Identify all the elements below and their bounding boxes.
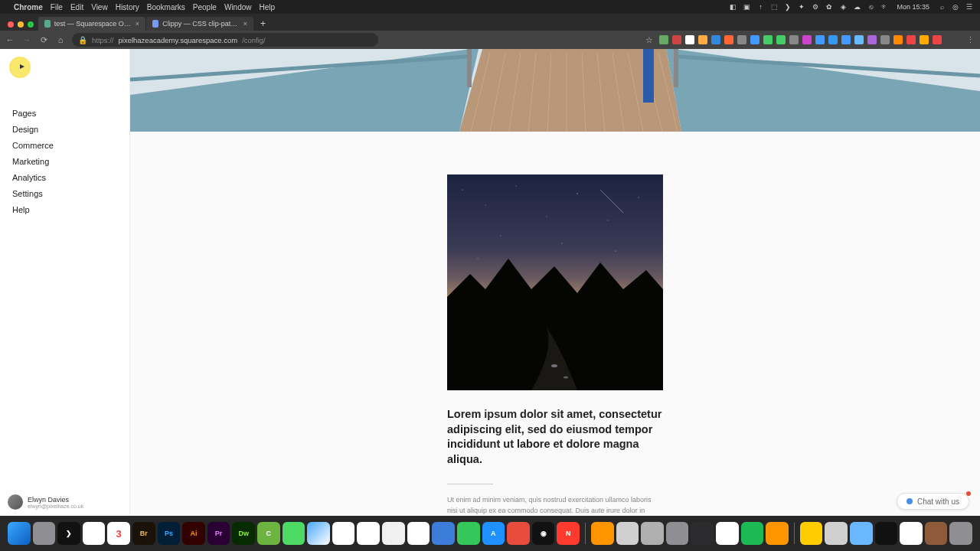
dock-app-app9[interactable] — [766, 522, 789, 545]
extension-icon[interactable] — [789, 35, 799, 44]
dock-app-printer[interactable] — [616, 522, 639, 545]
notifications-icon[interactable]: ☰ — [965, 2, 974, 11]
menubar-app[interactable]: Chrome — [14, 3, 43, 11]
dock-app-spotify[interactable] — [741, 522, 764, 545]
dock-app-app1[interactable] — [283, 522, 305, 545]
browser-tab-1[interactable]: test — Squarespace Online St… × — [38, 17, 145, 31]
status-icon[interactable]: ⎋ — [866, 2, 875, 11]
dock-app-premiere[interactable]: Pr — [207, 522, 230, 545]
status-icon[interactable]: ⚙ — [811, 2, 820, 11]
dock-app-pages[interactable] — [591, 522, 614, 545]
extension-icon[interactable] — [815, 35, 825, 44]
sidebar-item-help[interactable]: Help — [12, 205, 129, 214]
dock-app-camtasia[interactable]: C — [257, 522, 280, 545]
dock-app-bridge[interactable]: Br — [132, 522, 155, 545]
sidebar-item-commerce[interactable]: Commerce — [12, 141, 129, 150]
extension-icon[interactable] — [920, 35, 929, 44]
extension-icon[interactable] — [880, 35, 890, 44]
dock-app-textedit[interactable] — [332, 522, 355, 545]
maximize-window-button[interactable] — [28, 21, 34, 28]
extension-icon[interactable] — [802, 35, 812, 44]
extension-icon[interactable] — [893, 35, 903, 44]
chrome-menu-icon[interactable]: ⋮ — [965, 35, 975, 45]
menubar-clock[interactable]: Mon 15:35 — [897, 3, 929, 11]
extension-icon[interactable] — [724, 35, 733, 44]
dock-app-preview[interactable] — [432, 522, 455, 545]
status-icon[interactable]: ◧ — [728, 2, 737, 11]
minimize-window-button[interactable] — [18, 21, 24, 28]
dock-app-app7[interactable] — [666, 522, 689, 545]
wifi-icon[interactable]: ᯤ — [880, 2, 889, 11]
sidebar-item-settings[interactable]: Settings — [12, 189, 129, 198]
extension-icon[interactable] — [698, 35, 707, 44]
extension-icon[interactable] — [867, 35, 877, 44]
browser-tab-2[interactable]: Clippy — CSS clip-path maker × — [146, 17, 253, 31]
status-icon[interactable]: ☁ — [852, 2, 861, 11]
extension-icon[interactable] — [906, 35, 916, 44]
extension-icon[interactable] — [737, 35, 746, 44]
extension-icon[interactable] — [841, 35, 851, 44]
status-icon[interactable]: ✿ — [825, 2, 834, 11]
dock-app-finder[interactable] — [8, 522, 31, 545]
status-icon[interactable]: ↑ — [756, 2, 765, 11]
dock-app-app12[interactable] — [875, 522, 898, 545]
status-icon[interactable]: ⬚ — [769, 2, 779, 11]
menu-people[interactable]: People — [193, 3, 217, 11]
extension-icon[interactable] — [672, 35, 681, 44]
dock-app-chrome[interactable]: ◉ — [83, 522, 106, 545]
dock-app-app4[interactable] — [507, 522, 530, 545]
status-icon[interactable]: ❯ — [783, 2, 792, 11]
status-icon[interactable]: ◈ — [838, 2, 848, 11]
sidebar-item-marketing[interactable]: Marketing — [12, 157, 129, 166]
siri-icon[interactable]: ◎ — [951, 2, 960, 11]
extension-icon[interactable] — [828, 35, 838, 44]
back-button[interactable]: ← — [5, 35, 15, 44]
search-icon[interactable]: ⌕ — [937, 2, 946, 11]
dock-app-iterm[interactable]: ❯ — [57, 522, 80, 545]
home-button[interactable]: ⌂ — [55, 35, 66, 44]
menu-window[interactable]: Window — [224, 3, 252, 11]
dock-app-messages[interactable] — [457, 522, 480, 545]
close-tab-icon[interactable]: × — [243, 20, 247, 28]
dock-app-appstore[interactable]: A — [482, 522, 505, 545]
close-window-button[interactable] — [8, 21, 14, 28]
extension-icon[interactable] — [776, 35, 786, 44]
dock-app-calendar[interactable]: 3 — [107, 522, 130, 545]
sidebar-item-pages[interactable]: Pages — [12, 109, 129, 118]
dock-app-app2[interactable] — [357, 522, 380, 545]
dock-app-photoshop[interactable]: Ps — [158, 522, 181, 545]
extension-icon[interactable] — [933, 35, 942, 44]
dock-app-news[interactable]: N — [557, 522, 580, 545]
extension-icon[interactable] — [711, 35, 720, 44]
chat-widget[interactable]: Chat with us — [897, 493, 969, 510]
dock-app-app13[interactable] — [900, 522, 923, 545]
extension-icon[interactable] — [763, 35, 773, 44]
new-tab-button[interactable]: + — [254, 18, 272, 31]
extension-icon[interactable] — [685, 35, 694, 44]
extension-icon[interactable] — [659, 35, 668, 44]
bookmark-star-icon[interactable]: ☆ — [645, 35, 653, 45]
site-logo[interactable] — [9, 57, 31, 78]
menu-bookmarks[interactable]: Bookmarks — [147, 3, 185, 11]
dock-app-app8[interactable] — [691, 522, 714, 545]
dock-app-launchpad[interactable] — [33, 522, 56, 545]
dock-app-app6[interactable] — [641, 522, 664, 545]
dock-app-safari[interactable] — [307, 522, 330, 545]
menu-view[interactable]: View — [91, 3, 108, 11]
dock-app-illustrator[interactable]: Ai — [182, 522, 205, 545]
dock-app-dreamweaver[interactable]: Dw — [232, 522, 255, 545]
dock-app-app14[interactable] — [925, 522, 948, 545]
status-icon[interactable]: ✦ — [797, 2, 806, 11]
forward-button[interactable]: → — [21, 35, 32, 44]
dock-app-trash[interactable] — [949, 522, 972, 545]
reload-button[interactable]: ⟳ — [38, 35, 49, 45]
status-icon[interactable]: ▣ — [742, 2, 751, 11]
extension-icon[interactable] — [854, 35, 864, 44]
dock-app-folder[interactable] — [850, 522, 873, 545]
menu-help[interactable]: Help — [260, 3, 276, 11]
menu-edit[interactable]: Edit — [70, 3, 83, 11]
sidebar-user[interactable]: Elwyn Davies elwyn@pixelhaze.co.uk — [8, 494, 83, 510]
dock-app-photos[interactable]: ❀ — [407, 522, 430, 545]
dock-app-app10[interactable] — [800, 522, 823, 545]
extension-icon[interactable] — [750, 35, 760, 44]
